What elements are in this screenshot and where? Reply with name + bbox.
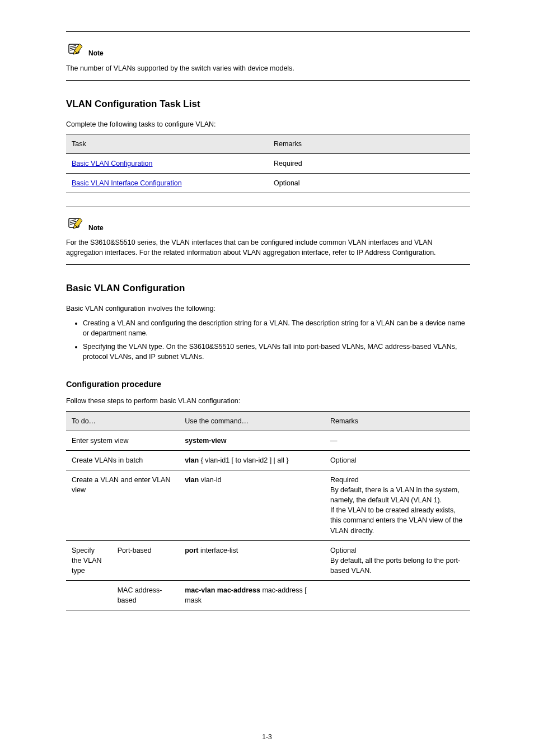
note-body-2: For the S3610&S5510 series, the VLAN int…: [66, 237, 470, 258]
list-item: Specifying the VLAN type. On the S3610&S…: [83, 342, 470, 362]
task-remarks-1: Optional: [268, 173, 470, 193]
cfg-row3-remarks: Required By default, there is a VLAN in …: [325, 470, 470, 540]
cfg-row4-sub1-remarks: Optional By default, all the ports belon…: [325, 540, 470, 580]
cfg-row4-left-label: Specify the VLAN type: [66, 541, 112, 580]
cfg-row2-todo: Create VLANs in batch: [66, 450, 179, 470]
cfg-row3-cmd-prefix: vlan: [185, 476, 201, 484]
cfg-procedure-caption: Follow these steps to perform basic VLAN…: [66, 396, 470, 406]
note-label: Note: [88, 49, 104, 59]
cfg-header-todo: To do…: [66, 411, 179, 431]
cfg-row4-todo-split: Specify the VLAN type Port-based: [66, 540, 179, 580]
cfg-row4-sub2-label: MAC address-based: [112, 581, 180, 610]
page: Note The number of VLANs supported by th…: [0, 0, 534, 756]
note-body-1: The number of VLANs supported by the swi…: [66, 63, 470, 73]
cfg-row1-cmd: system-view: [185, 437, 226, 445]
section-title-basic-vlan: Basic VLAN Configuration: [66, 282, 470, 296]
cfg-header-row: To do… Use the command… Remarks: [66, 411, 470, 431]
cfg-row4b-todo-split: MAC address-based: [66, 581, 179, 610]
task-list-header-row: Task Remarks: [66, 134, 470, 153]
top-rule: [66, 31, 470, 32]
task-list-bottom-rule: [66, 207, 470, 207]
cfg-row4-sub1-cmd-prefix: port: [185, 547, 200, 554]
cfg-row2-cmd-args: { vlan-id1 [ to vlan-id2 ] | all }: [201, 456, 289, 464]
basic-vlan-bullets: Creating a VLAN and configuring the desc…: [66, 318, 470, 362]
cfg-header-cmd: Use the command…: [179, 411, 325, 431]
table-row: Create a VLAN and enter VLAN view vlan v…: [66, 470, 470, 540]
task-link-basic-vlan[interactable]: Basic VLAN Configuration: [72, 160, 153, 167]
table-row: Enter system view system-view —: [66, 431, 470, 450]
cfg-row2-remarks: Optional: [325, 450, 470, 470]
page-number: 1-3: [0, 732, 534, 742]
cfg-table: To do… Use the command… Remarks Enter sy…: [66, 411, 470, 611]
cfg-header-remarks: Remarks: [325, 411, 470, 431]
table-row: Basic VLAN Interface Configuration Optio…: [66, 173, 470, 193]
section-title-task-list: VLAN Configuration Task List: [66, 97, 470, 111]
cfg-row2-cmd-prefix: vlan: [185, 456, 201, 464]
note-label-2: Note: [88, 223, 104, 234]
task-list-header-task: Task: [66, 134, 268, 153]
list-item: Creating a VLAN and configuring the desc…: [83, 318, 470, 338]
task-link-basic-vlan-interface[interactable]: Basic VLAN Interface Configuration: [72, 179, 182, 187]
cfg-row4-sub2-remarks-empty: [325, 581, 470, 610]
task-list-caption: Complete the following tasks to configur…: [66, 119, 470, 129]
cfg-row1-todo: Enter system view: [66, 431, 179, 450]
note1-sep: [66, 80, 470, 81]
task-remarks-0: Required: [268, 153, 470, 173]
cfg-row1-remarks: —: [325, 431, 470, 450]
cfg-row3-remark-line0: Required: [330, 475, 465, 485]
table-row: Basic VLAN Configuration Required: [66, 153, 470, 173]
cfg-row4b-left-empty: [66, 581, 112, 610]
table-row: Specify the VLAN type Port-based port in…: [66, 540, 470, 580]
cfg-row3-remark-line1: By default, there is a VLAN in the syste…: [330, 485, 465, 505]
cfg-procedure-heading: Configuration procedure: [66, 379, 470, 390]
note-block-1: Note The number of VLANs supported by th…: [66, 42, 470, 73]
task-list-table: Task Remarks Basic VLAN Configuration Re…: [66, 134, 470, 193]
note-icon: [66, 42, 85, 60]
note-icon: [66, 216, 85, 234]
note-head-2: Note: [66, 216, 470, 234]
note-head: Note: [66, 42, 470, 60]
table-row: MAC address-based mac-vlan mac-address m…: [66, 581, 470, 610]
cfg-row3-todo: Create a VLAN and enter VLAN view: [66, 470, 179, 540]
cfg-row4-sub1-label: Port-based: [112, 541, 180, 580]
cfg-row3-remark-line2: If the VLAN to be created already exists…: [330, 505, 465, 535]
cfg-row4-sub2-cmd-prefix: mac-vlan mac-address: [185, 586, 260, 594]
basic-vlan-intro: Basic VLAN configuration involves the fo…: [66, 304, 470, 314]
cfg-row4-sub1-cmd-args: interface-list: [200, 547, 238, 554]
table-row: Create VLANs in batch vlan { vlan-id1 [ …: [66, 450, 470, 470]
note-block-2: Note For the S3610&S5510 series, the VLA…: [66, 216, 470, 258]
cfg-row3-cmd-args: vlan-id: [201, 476, 222, 484]
note2-sep: [66, 264, 470, 265]
task-list-header-remarks: Remarks: [268, 134, 470, 153]
